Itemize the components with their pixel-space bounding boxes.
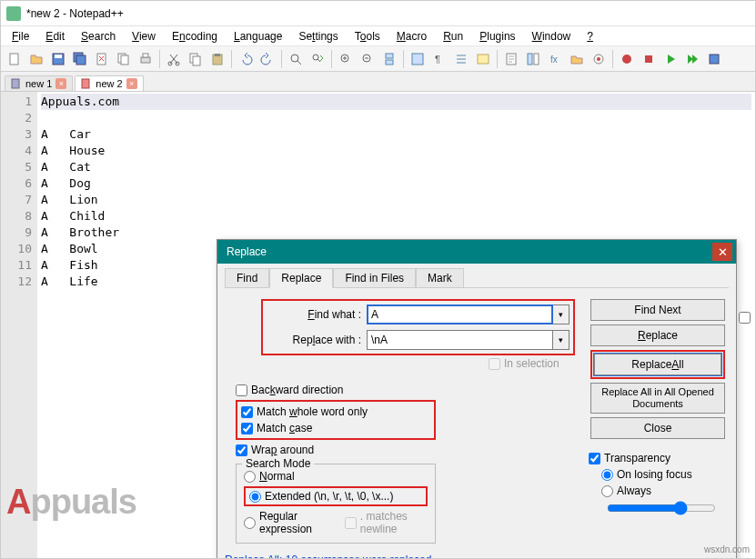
function-list-icon[interactable]: fx (545, 49, 565, 69)
regex-label: Regular expression (259, 510, 332, 535)
separator (231, 50, 232, 68)
copy-icon[interactable] (186, 49, 206, 69)
menubar: File Edit Search View Encoding Language … (1, 26, 755, 46)
find-history-dropdown[interactable]: ▾ (553, 304, 570, 324)
normal-label: Normal (259, 470, 295, 483)
print-icon[interactable] (136, 49, 156, 69)
tab-replace[interactable]: Replace (269, 268, 333, 288)
transparency-group: Transparency On losing focus Always (589, 452, 725, 518)
always-label: Always (617, 484, 651, 497)
menu-settings[interactable]: Settings (291, 28, 345, 45)
replace-with-label: Replace with : (267, 334, 367, 346)
close-tab-icon[interactable]: × (126, 78, 137, 89)
close-file-icon[interactable] (92, 49, 112, 69)
transparency-checkbox[interactable] (589, 453, 600, 464)
whole-word-checkbox[interactable] (241, 406, 253, 418)
sync-v-icon[interactable] (379, 49, 399, 69)
menu-edit[interactable]: Edit (38, 28, 72, 45)
zoom-in-icon[interactable] (336, 49, 356, 69)
wordwrap-icon[interactable] (408, 49, 428, 69)
tab-mark[interactable]: Mark (416, 268, 464, 288)
doc-tab-1[interactable]: new 1 × (5, 75, 73, 91)
app-icon (6, 6, 21, 21)
cut-icon[interactable] (164, 49, 184, 69)
dot-newline-label: . matches newline (360, 510, 428, 535)
find-what-input[interactable] (367, 304, 553, 324)
stop-icon[interactable] (639, 49, 659, 69)
save-macro-icon[interactable] (704, 49, 724, 69)
undo-icon[interactable] (236, 49, 256, 69)
on-losing-focus-radio[interactable] (601, 469, 613, 481)
separator (612, 50, 613, 68)
svg-rect-22 (412, 54, 423, 65)
indent-icon[interactable] (451, 49, 471, 69)
folder-workspace-icon[interactable] (567, 49, 587, 69)
toolbar: ¶ fx (1, 46, 755, 72)
find-icon[interactable] (286, 49, 306, 69)
close-button[interactable]: Close (590, 417, 725, 439)
menu-run[interactable]: Run (436, 28, 470, 45)
paste-icon[interactable] (207, 49, 227, 69)
doc-map-icon[interactable] (501, 49, 521, 69)
allchars-icon[interactable]: ¶ (429, 49, 449, 69)
play-icon[interactable] (660, 49, 680, 69)
find-next-button[interactable]: Find Next (590, 299, 725, 321)
save-icon[interactable] (48, 49, 68, 69)
svg-rect-34 (12, 79, 19, 88)
zoom-out-icon[interactable] (358, 49, 378, 69)
menu-tools[interactable]: Tools (348, 28, 388, 45)
doc-list-icon[interactable] (523, 49, 543, 69)
record-icon[interactable] (617, 49, 637, 69)
svg-rect-15 (215, 54, 220, 56)
new-file-icon[interactable] (5, 49, 25, 69)
transparency-slider[interactable] (607, 501, 716, 515)
lang-icon[interactable] (473, 49, 493, 69)
play-multi-icon[interactable] (682, 49, 702, 69)
close-dialog-button[interactable]: ✕ (712, 243, 732, 261)
in-selection-label: In selection (504, 357, 559, 370)
replace-all-opened-button[interactable]: Replace All in All Opened Documents (590, 383, 725, 414)
menu-macro[interactable]: Macro (389, 28, 434, 45)
backward-checkbox[interactable] (236, 384, 247, 396)
separator (281, 50, 282, 68)
doc-tab-2[interactable]: new 2 × (75, 75, 143, 91)
replace-with-input[interactable] (367, 330, 553, 350)
doc-tab-label: new 2 (96, 78, 122, 89)
match-case-checkbox[interactable] (241, 423, 253, 434)
open-file-icon[interactable] (26, 49, 46, 69)
menu-view[interactable]: View (125, 28, 163, 45)
search-fields-group: Find what : ▾ Replace with : ▾ (261, 299, 575, 355)
always-radio[interactable] (601, 485, 613, 497)
menu-help[interactable]: ? (580, 28, 600, 45)
menu-plugins[interactable]: Plugins (472, 28, 522, 45)
menu-encoding[interactable]: Encoding (165, 28, 225, 45)
separator (403, 50, 404, 68)
transparency-label: Transparency (604, 452, 670, 464)
wrap-checkbox[interactable] (236, 444, 247, 456)
replace-icon[interactable] (307, 49, 328, 69)
normal-radio[interactable] (244, 471, 256, 483)
tab-find-in-files[interactable]: Find in Files (333, 268, 416, 288)
monitoring-icon[interactable] (589, 49, 609, 69)
save-all-icon[interactable] (70, 49, 90, 69)
svg-rect-35 (82, 79, 89, 88)
extended-radio[interactable] (249, 491, 261, 503)
menu-window[interactable]: Window (525, 28, 579, 45)
menu-language[interactable]: Language (227, 28, 289, 45)
replace-history-dropdown[interactable]: ▾ (553, 330, 570, 350)
replace-all-button[interactable]: Replace All (594, 354, 721, 375)
close-tab-icon[interactable]: × (55, 78, 66, 89)
in-selection-row: In selection (489, 357, 559, 370)
menu-file[interactable]: File (5, 28, 36, 45)
close-all-icon[interactable] (114, 49, 134, 69)
find-next-direction-checkbox[interactable] (739, 312, 751, 326)
whole-word-label: Match whole word only (257, 405, 368, 418)
tab-find[interactable]: Find (225, 268, 269, 288)
search-mode-fieldset: Search Mode Normal Extended (\n, \r, \t,… (236, 464, 436, 544)
dialog-titlebar[interactable]: Replace ✕ (217, 240, 736, 264)
menu-search[interactable]: Search (74, 28, 123, 45)
replace-button[interactable]: Replace (590, 324, 725, 346)
redo-icon[interactable] (257, 49, 277, 69)
dialog-status: Replace All: 10 occurrences were replace… (225, 551, 729, 559)
regex-radio[interactable] (244, 517, 256, 529)
